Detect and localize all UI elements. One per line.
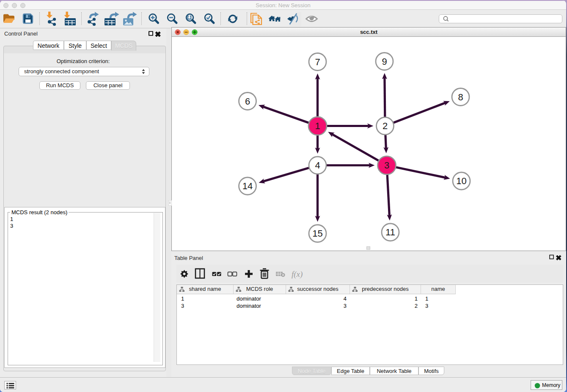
- svg-text:4: 4: [315, 160, 320, 171]
- svg-text:1: 1: [315, 121, 320, 131]
- svg-text:10: 10: [456, 176, 466, 186]
- svg-text:6: 6: [245, 96, 250, 107]
- svg-text:2: 2: [383, 121, 388, 131]
- svg-text:f(x): f(x): [292, 270, 303, 279]
- svg-text:15: 15: [312, 228, 322, 239]
- svg-text:8: 8: [458, 92, 463, 102]
- svg-text:9: 9: [382, 56, 387, 67]
- svg-text:14: 14: [242, 181, 253, 191]
- svg-text:7: 7: [315, 57, 320, 67]
- svg-text:11: 11: [385, 227, 395, 237]
- svg-text:3: 3: [384, 160, 389, 171]
